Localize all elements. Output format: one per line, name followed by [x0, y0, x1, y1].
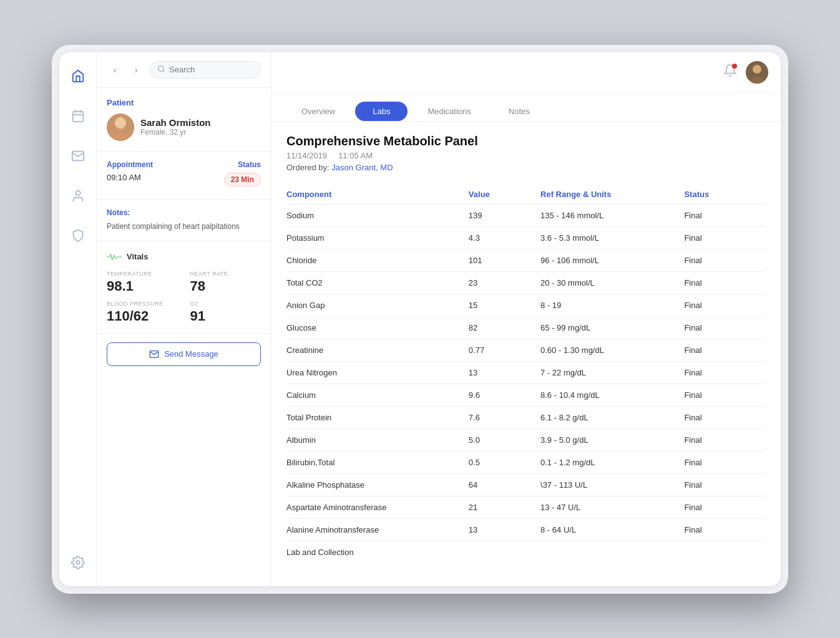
appointment-row: Appointment Status — [107, 160, 261, 169]
lab-header-row: Component Value Ref Range & Units Status — [286, 185, 766, 205]
svg-point-9 — [115, 117, 126, 130]
vitals-header: Vitals — [107, 250, 261, 263]
cell-value: 0.5 — [469, 451, 540, 473]
col-header-component: Component — [286, 185, 469, 205]
col-header-status: Status — [684, 185, 766, 205]
tab-labs[interactable]: Labs — [355, 102, 408, 121]
sidebar-item-messages[interactable] — [67, 145, 89, 167]
table-row: Albumin5.03.9 - 5.0 g/dLFinal — [286, 428, 766, 451]
ordered-by-link[interactable]: Jason Grant, MD — [331, 163, 393, 172]
patient-name: Sarah Ormiston — [140, 117, 211, 128]
status-badge: 23 Min — [224, 173, 261, 186]
notes-label: Notes: — [107, 208, 261, 217]
table-row: Lab and Collection — [286, 541, 766, 563]
search-box[interactable] — [149, 61, 261, 79]
cell-component: Chloride — [286, 249, 469, 271]
cell-value: 21 — [469, 496, 540, 518]
tab-medications[interactable]: Medications — [410, 102, 488, 121]
cell-ref-range: 8 - 64 U/L — [540, 518, 684, 541]
cell-status: Final — [684, 361, 766, 384]
search-icon — [157, 65, 165, 75]
user-avatar[interactable] — [746, 61, 768, 84]
lab-meta: 11/14/2019 11:05 AM — [286, 151, 766, 160]
cell-component: Aspartate Aminotransferase — [286, 496, 469, 518]
temperature-vital: TEMPERATURE 98.1 — [107, 271, 178, 294]
cell-ref-range: 3.9 - 5.0 g/dL — [540, 428, 684, 451]
lab-title: Comprehensive Metabolic Panel — [286, 134, 766, 148]
sidebar-item-settings[interactable] — [67, 551, 89, 574]
status-label: Status — [238, 160, 261, 169]
appointment-values-row: 09:10 AM 23 Min — [107, 173, 261, 186]
table-row: Sodium139135 - 146 mmol/LFinal — [286, 204, 766, 226]
cell-component: Sodium — [286, 204, 469, 226]
sidebar-item-calendar[interactable] — [67, 105, 89, 127]
cell-ref-range: 0.60 - 1.30 mg/dL — [540, 339, 684, 361]
cell-component: Anion Gap — [286, 294, 469, 316]
vitals-section: Vitals TEMPERATURE 98.1 HEART RATE 78 BL… — [97, 241, 271, 334]
sidebar — [59, 52, 97, 586]
patient-label: Patient — [107, 98, 261, 107]
cell-ref-range: 3.6 - 5.3 mmol/L — [540, 226, 684, 249]
lab-ordered: Ordered by: Jason Grant, MD — [286, 163, 766, 172]
heart-rate-value: 78 — [190, 278, 261, 294]
notification-bell[interactable] — [723, 64, 737, 80]
table-row: Anion Gap158 - 19Final — [286, 294, 766, 316]
forward-button[interactable]: › — [128, 62, 144, 78]
cell-ref-range: 65 - 99 mg/dL — [540, 316, 684, 339]
sidebar-bottom — [67, 551, 89, 574]
o2-label: O2 — [190, 301, 261, 307]
search-input[interactable] — [169, 65, 253, 74]
cell-status: Final — [684, 406, 766, 428]
tab-overview[interactable]: Overview — [284, 102, 353, 121]
table-row: Bilirubin,Total0.50.1 - 1.2 mg/dLFinal — [286, 451, 766, 473]
cell-value: 5.0 — [469, 428, 540, 451]
table-row: Total Protein7.66.1 - 8.2 g/dLFinal — [286, 406, 766, 428]
svg-rect-0 — [72, 111, 83, 122]
vitals-title: Vitals — [127, 252, 148, 261]
heart-rate-vital: HEART RATE 78 — [190, 271, 261, 294]
top-bar: ‹ › — [97, 52, 271, 88]
svg-point-6 — [159, 65, 164, 71]
cell-value: 13 — [469, 518, 540, 541]
back-button[interactable]: ‹ — [107, 62, 123, 78]
main-top-bar — [271, 52, 781, 93]
patient-info: Sarah Ormiston Female, 32 yr — [107, 114, 261, 141]
cell-component: Total Protein — [286, 406, 469, 428]
tab-notes[interactable]: Notes — [491, 102, 547, 121]
table-row: Alanine Aminotransferase138 - 64 U/LFina… — [286, 518, 766, 541]
table-row: Chloride10196 - 106 mmol/LFinal — [286, 249, 766, 271]
sidebar-item-home[interactable] — [67, 65, 89, 87]
cell-value: 13 — [469, 361, 540, 384]
cell-value: 15 — [469, 294, 540, 316]
table-row: Alkaline Phosphatase64\37 - 113 U/LFinal — [286, 473, 766, 496]
cell-component: Alanine Aminotransferase — [286, 518, 469, 541]
cell-value: 23 — [469, 271, 540, 294]
cell-ref-range: 7 - 22 mg/dL — [540, 361, 684, 384]
cell-value: 0.77 — [469, 339, 540, 361]
cell-value: 139 — [469, 204, 540, 226]
cell-status: Final — [684, 451, 766, 473]
cell-ref-range: 135 - 146 mmol/L — [540, 204, 684, 226]
cell-value: 4.3 — [469, 226, 540, 249]
vitals-icon — [107, 250, 122, 263]
appointment-label: Appointment — [107, 160, 153, 169]
svg-point-5 — [76, 561, 80, 564]
heart-rate-label: HEART RATE — [190, 271, 261, 277]
sidebar-item-security[interactable] — [67, 225, 89, 247]
cell-value: 101 — [469, 249, 540, 271]
o2-vital: O2 91 — [190, 301, 261, 324]
table-row: Glucose8265 - 99 mg/dLFinal — [286, 316, 766, 339]
cell-status: Final — [684, 339, 766, 361]
cell-status: Final — [684, 271, 766, 294]
sidebar-item-patients[interactable] — [67, 185, 89, 207]
cell-ref-range: 8 - 19 — [540, 294, 684, 316]
table-row: Total CO22320 - 30 mmol/LFinal — [286, 271, 766, 294]
sidebar-nav — [67, 65, 89, 551]
send-message-button[interactable]: Send Message — [107, 342, 261, 366]
cell-component: Creatinine — [286, 339, 469, 361]
cell-component: Potassium — [286, 226, 469, 249]
cell-component: Albumin — [286, 428, 469, 451]
cell-value: 7.6 — [469, 406, 540, 428]
cell-value — [469, 541, 540, 563]
blood-pressure-value: 110/62 — [107, 308, 178, 324]
